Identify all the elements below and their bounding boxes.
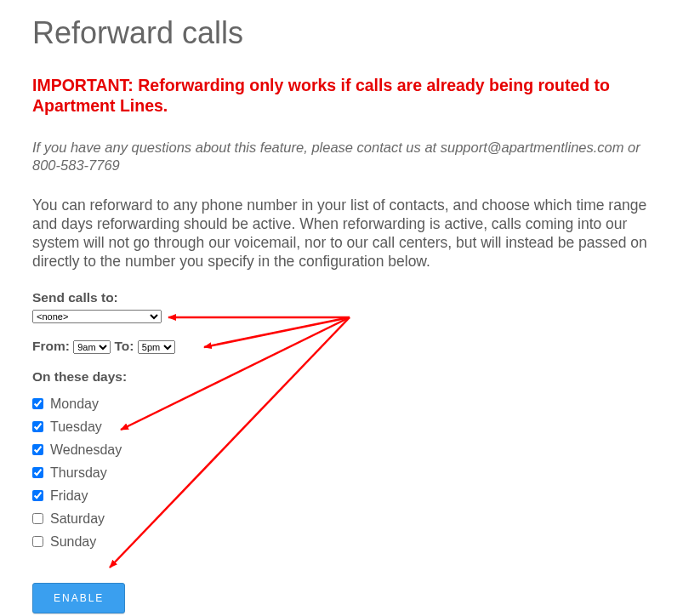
- time-range-row: From: 9am To: 5pm: [32, 339, 651, 354]
- day-checkbox-friday[interactable]: [32, 490, 43, 501]
- day-checkbox-saturday[interactable]: [32, 513, 43, 524]
- day-row-wednesday: Wednesday: [32, 442, 651, 458]
- contact-note: If you have any questions about this fea…: [32, 139, 651, 175]
- to-label: To:: [115, 339, 134, 353]
- day-checkbox-monday[interactable]: [32, 398, 43, 409]
- page-title: Reforward calls: [32, 15, 651, 51]
- day-row-friday: Friday: [32, 488, 651, 504]
- warning-text: IMPORTANT: Reforwarding only works if ca…: [32, 75, 651, 117]
- day-label-wednesday: Wednesday: [50, 442, 122, 458]
- day-row-sunday: Sunday: [32, 534, 651, 550]
- from-label: From:: [32, 339, 70, 353]
- day-row-saturday: Saturday: [32, 511, 651, 527]
- days-list: MondayTuesdayWednesdayThursdayFridaySatu…: [32, 396, 651, 550]
- send-calls-to-select[interactable]: <none>: [32, 310, 162, 323]
- from-time-select[interactable]: 9am: [73, 340, 111, 354]
- day-label-sunday: Sunday: [50, 534, 96, 550]
- day-label-monday: Monday: [50, 396, 99, 412]
- days-label: On these days:: [32, 369, 651, 385]
- day-label-thursday: Thursday: [50, 465, 107, 481]
- day-checkbox-thursday[interactable]: [32, 467, 43, 478]
- day-row-tuesday: Tuesday: [32, 419, 651, 435]
- day-row-monday: Monday: [32, 396, 651, 412]
- reforward-form: Send calls to: <none> From: 9am To: 5pm …: [32, 290, 651, 613]
- day-label-saturday: Saturday: [50, 511, 105, 527]
- day-checkbox-wednesday[interactable]: [32, 444, 43, 455]
- day-checkbox-tuesday[interactable]: [32, 421, 43, 432]
- day-checkbox-sunday[interactable]: [32, 536, 43, 547]
- send-calls-label: Send calls to:: [32, 290, 651, 305]
- day-label-tuesday: Tuesday: [50, 419, 102, 435]
- to-time-select[interactable]: 5pm: [138, 340, 175, 354]
- day-label-friday: Friday: [50, 488, 88, 504]
- day-row-thursday: Thursday: [32, 465, 651, 481]
- enable-button[interactable]: ENABLE: [32, 583, 125, 613]
- description-text: You can reforward to any phone number in…: [32, 196, 651, 271]
